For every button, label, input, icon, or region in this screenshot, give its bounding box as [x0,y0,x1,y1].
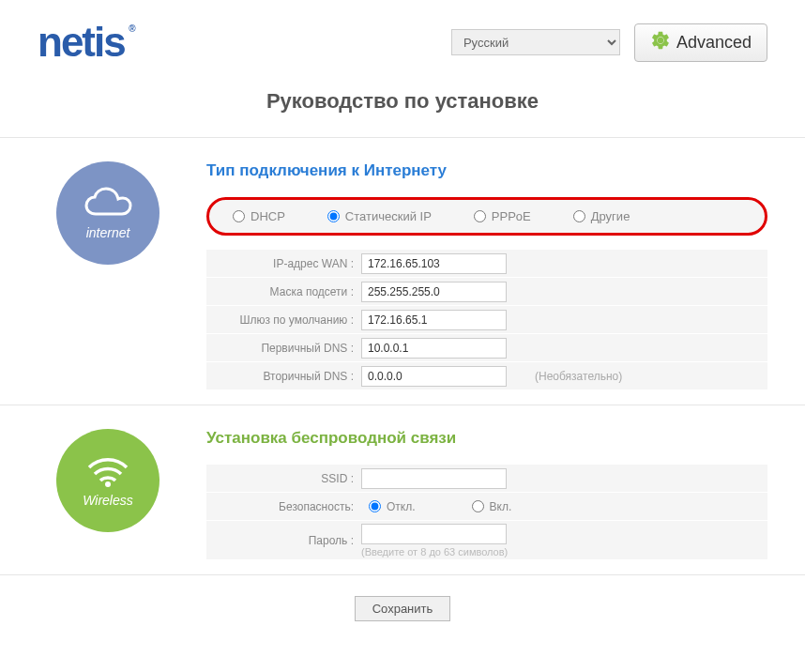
wan-ip-label: IP-адрес WAN : [206,257,361,270]
password-input[interactable] [361,524,507,544]
svg-point-0 [658,37,663,42]
ssid-input[interactable] [361,468,507,489]
advanced-label: Advanced [676,33,752,53]
save-button[interactable]: Сохранить [355,596,451,621]
security-label: Безопасность: [206,500,361,513]
wireless-section-title: Установка беспроводной связи [206,429,767,448]
gear-icon [650,30,671,55]
mask-input[interactable] [361,282,507,302]
language-select[interactable]: Русский [451,29,620,55]
password-hint: (Введите от 8 до 63 символов) [361,546,508,557]
internet-icon-label: internet [86,225,130,240]
ssid-label: SSID : [206,472,361,485]
connection-type-row: DHCP Статический IP PPPoE Другие [206,197,767,236]
page-title: Руководство по установке [0,75,805,138]
internet-icon: internet [56,161,159,265]
security-on[interactable]: Вкл. [472,500,512,513]
dns2-hint: (Необязательно) [535,370,622,383]
security-off[interactable]: Откл. [369,500,416,513]
radio-other-input[interactable] [573,210,585,222]
radio-pppoe-input[interactable] [474,210,486,222]
radio-static-input[interactable] [327,210,340,222]
password-label: Пароль : [206,534,361,547]
advanced-button[interactable]: Advanced [634,23,767,62]
wan-ip-input[interactable] [361,253,507,274]
radio-pppoe[interactable]: PPPoE [474,209,531,223]
gateway-input[interactable] [361,310,507,330]
radio-dhcp[interactable]: DHCP [233,209,285,223]
dns1-input[interactable] [361,338,507,359]
dns1-label: Первичный DNS : [206,342,361,355]
svg-point-1 [105,481,111,487]
wireless-icon-label: Wireless [83,493,133,508]
logo: netis [38,19,125,66]
dns2-label: Вторичный DNS : [206,370,361,383]
security-off-input[interactable] [369,500,381,512]
radio-other[interactable]: Другие [573,209,630,223]
internet-section-title: Тип подключения к Интернету [206,161,767,180]
wireless-icon: Wireless [56,429,159,532]
dns2-input[interactable] [361,366,507,387]
security-on-input[interactable] [472,500,484,512]
radio-dhcp-input[interactable] [233,210,245,222]
mask-label: Маска подсети : [206,285,361,298]
radio-static[interactable]: Статический IP [327,209,432,223]
gateway-label: Шлюз по умолчанию : [206,313,361,327]
